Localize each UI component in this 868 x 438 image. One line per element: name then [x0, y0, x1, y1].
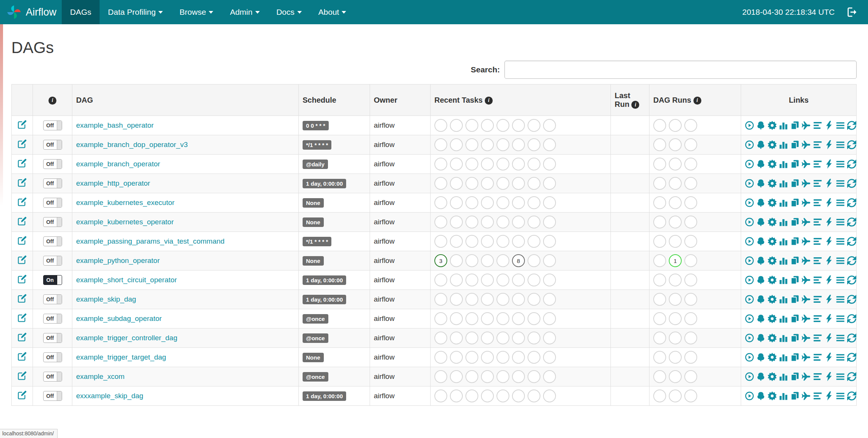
task-status-circle[interactable] [543, 254, 556, 267]
trigger-dag-icon[interactable] [745, 353, 754, 362]
code-view-icon[interactable] [824, 198, 834, 207]
edit-dag-icon[interactable] [18, 391, 27, 399]
gantt-view-icon[interactable] [813, 198, 822, 207]
header-schedule[interactable]: Schedule [299, 84, 370, 116]
task-status-circle[interactable] [465, 119, 478, 132]
task-status-circle[interactable] [684, 216, 697, 228]
task-status-circle[interactable] [512, 274, 525, 286]
task-tries-icon[interactable] [790, 237, 799, 246]
dag-details-icon[interactable] [836, 333, 845, 343]
task-tries-icon[interactable] [790, 179, 799, 188]
task-status-circle[interactable] [653, 332, 666, 344]
refresh-icon[interactable] [847, 333, 856, 343]
landing-times-icon[interactable] [802, 121, 811, 130]
task-status-circle[interactable] [512, 158, 525, 171]
task-status-circle[interactable] [496, 332, 509, 344]
search-input[interactable] [504, 61, 857, 79]
code-view-icon[interactable] [824, 353, 834, 362]
task-status-circle[interactable] [528, 351, 540, 364]
trigger-dag-icon[interactable] [745, 333, 754, 343]
task-status-circle[interactable] [684, 119, 697, 132]
task-status-circle[interactable] [465, 293, 478, 306]
task-status-circle[interactable]: 8 [512, 254, 525, 267]
dag-pause-toggle[interactable]: Off [43, 294, 62, 304]
refresh-icon[interactable] [847, 314, 856, 323]
tree-view-icon[interactable] [756, 237, 765, 246]
task-status-circle[interactable] [512, 312, 525, 325]
task-duration-icon[interactable] [779, 160, 788, 169]
task-status-circle[interactable] [450, 254, 463, 267]
task-status-circle[interactable] [496, 274, 509, 286]
trigger-dag-icon[interactable] [745, 198, 754, 207]
dag-link[interactable]: example_passing_params_via_test_command [76, 237, 225, 245]
task-status-circle[interactable] [669, 216, 682, 228]
task-tries-icon[interactable] [790, 140, 799, 149]
task-status-circle[interactable] [450, 274, 463, 286]
graph-view-icon[interactable] [768, 121, 777, 130]
trigger-dag-icon[interactable] [745, 256, 754, 265]
task-status-circle[interactable] [653, 351, 666, 364]
tree-view-icon[interactable] [756, 140, 765, 149]
refresh-icon[interactable] [847, 217, 856, 227]
trigger-dag-icon[interactable] [745, 275, 754, 285]
task-status-circle[interactable] [669, 158, 682, 171]
dag-link[interactable]: example_trigger_controller_dag [76, 334, 177, 342]
trigger-dag-icon[interactable] [745, 160, 754, 169]
task-tries-icon[interactable] [790, 217, 799, 227]
task-duration-icon[interactable] [779, 121, 788, 130]
tree-view-icon[interactable] [756, 314, 765, 323]
task-status-circle[interactable] [450, 390, 463, 402]
landing-times-icon[interactable] [802, 314, 811, 323]
task-duration-icon[interactable] [779, 353, 788, 362]
task-status-circle[interactable] [434, 216, 447, 228]
dag-pause-toggle[interactable]: Off [43, 256, 62, 266]
edit-dag-icon[interactable] [18, 197, 27, 206]
task-duration-icon[interactable] [779, 372, 788, 381]
task-status-circle[interactable] [653, 196, 666, 209]
task-status-circle[interactable] [669, 370, 682, 383]
task-status-circle[interactable] [496, 254, 509, 267]
nav-item-about[interactable]: About [310, 0, 355, 24]
task-status-circle[interactable] [684, 370, 697, 383]
task-status-circle[interactable] [543, 158, 556, 171]
task-status-circle[interactable] [496, 177, 509, 190]
task-status-circle[interactable] [512, 332, 525, 344]
dag-pause-toggle[interactable]: Off [43, 178, 62, 188]
task-status-circle[interactable] [528, 293, 540, 306]
task-status-circle[interactable] [528, 119, 540, 132]
task-status-circle[interactable] [481, 254, 494, 267]
task-status-circle[interactable] [465, 390, 478, 402]
edit-dag-icon[interactable] [18, 371, 27, 380]
gantt-view-icon[interactable] [813, 295, 822, 304]
gantt-view-icon[interactable] [813, 121, 822, 130]
code-view-icon[interactable] [824, 160, 834, 169]
task-status-circle[interactable] [465, 312, 478, 325]
task-tries-icon[interactable] [790, 275, 799, 285]
task-status-circle[interactable] [669, 235, 682, 248]
task-status-circle[interactable] [465, 235, 478, 248]
task-status-circle[interactable] [450, 312, 463, 325]
landing-times-icon[interactable] [802, 333, 811, 343]
task-status-circle[interactable] [496, 293, 509, 306]
nav-item-admin[interactable]: Admin [222, 0, 268, 24]
task-status-circle[interactable] [528, 138, 540, 151]
graph-view-icon[interactable] [768, 256, 777, 265]
task-status-circle[interactable] [434, 138, 447, 151]
refresh-icon[interactable] [847, 121, 856, 130]
task-status-circle[interactable] [434, 119, 447, 132]
edit-dag-icon[interactable] [18, 236, 27, 245]
task-status-circle[interactable] [496, 235, 509, 248]
task-status-circle[interactable] [512, 196, 525, 209]
task-status-circle[interactable] [528, 235, 540, 248]
task-status-circle[interactable] [684, 293, 697, 306]
code-view-icon[interactable] [824, 140, 834, 149]
landing-times-icon[interactable] [802, 391, 811, 400]
task-status-circle[interactable] [450, 138, 463, 151]
task-status-circle[interactable] [496, 312, 509, 325]
task-tries-icon[interactable] [790, 198, 799, 207]
trigger-dag-icon[interactable] [745, 179, 754, 188]
tree-view-icon[interactable] [756, 295, 765, 304]
edit-dag-icon[interactable] [18, 275, 27, 283]
task-status-circle[interactable] [512, 370, 525, 383]
task-status-circle[interactable] [653, 138, 666, 151]
